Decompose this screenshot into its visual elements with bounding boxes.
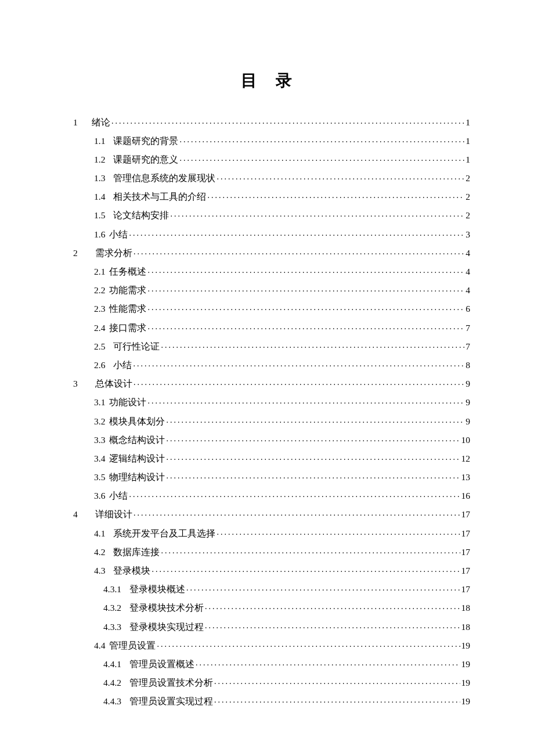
toc-entry-title: 物理结构设计 — [109, 472, 165, 482]
toc-entry-number: 3.2 — [94, 416, 105, 426]
toc-entry-title: 登录模块技术分析 — [129, 603, 204, 613]
toc-entry-title: 管理员设置 — [109, 640, 156, 650]
toc-dot-leader — [170, 210, 464, 219]
toc-entry-page: 18 — [460, 603, 471, 613]
toc-dot-leader — [147, 303, 464, 312]
toc-entry-label: 1.1课题研究的背景 — [94, 136, 179, 146]
toc-dot-leader — [205, 621, 460, 630]
toc-dot-leader — [166, 471, 460, 481]
toc-entry-title: 可行性论证 — [113, 341, 160, 351]
toc-entry-label: 4.4.1管理员设置概述 — [103, 660, 196, 669]
toc-dot-leader — [134, 509, 460, 518]
toc-entry-label: 2.6小结 — [94, 361, 133, 370]
toc-entry-number: 3.6 — [94, 491, 105, 501]
toc-entry-title: 绪论 — [92, 117, 110, 127]
toc-entry: 4.2数据库连接17 — [70, 546, 470, 556]
toc-entry-title: 登录模块实现过程 — [129, 622, 204, 632]
toc-dot-leader — [111, 116, 464, 125]
toc-entry-title: 数据库连接 — [113, 547, 160, 557]
toc-entry-title: 管理信息系统的发展现状 — [113, 173, 215, 183]
toc-entry-title: 管理员设置技术分析 — [129, 678, 213, 687]
toc-dot-leader — [129, 490, 460, 499]
toc-entry-label: 3.4逻辑结构设计 — [94, 454, 166, 463]
toc-entry-label: 2.5可行性论证 — [94, 342, 161, 351]
toc-entry-title: 概念结构设计 — [109, 435, 165, 445]
toc-entry-number: 4.1 — [94, 528, 105, 538]
toc-dot-leader — [179, 135, 464, 144]
toc-entry-page: 3 — [464, 230, 470, 239]
toc-entry: 4.3登录模块17 — [70, 565, 470, 575]
toc-entry-label: 3.6小结 — [94, 491, 129, 501]
toc-dot-leader — [147, 322, 464, 331]
toc-entry-label: 1.3管理信息系统的发展现状 — [94, 174, 217, 183]
toc-dot-leader — [179, 153, 464, 163]
toc-entry: 2.6小结8 — [70, 359, 470, 369]
toc-entry-number: 1.1 — [94, 136, 105, 146]
toc-entry-title: 相关技术与工具的介绍 — [113, 192, 206, 201]
toc-entry-page: 1 — [464, 136, 470, 146]
toc-entry: 2.3性能需求6 — [70, 303, 470, 314]
toc-entry-number: 1.6 — [94, 229, 105, 239]
toc-entry: 3.5物理结构设计13 — [70, 471, 470, 482]
toc-entry: 4.4管理员设置19 — [70, 639, 470, 650]
toc-entry: 1.5论文结构安排2 — [70, 210, 470, 220]
toc-entry-number: 4.3.1 — [103, 584, 121, 594]
toc-entry-number: 1.3 — [94, 173, 105, 183]
toc-entry-title: 小结 — [109, 491, 128, 501]
toc-entry-number: 3.4 — [94, 453, 105, 463]
toc-entry-number: 3.5 — [94, 472, 105, 482]
toc-entry-number: 1.4 — [94, 192, 105, 201]
toc-entry-page: 19 — [460, 660, 471, 669]
toc-dot-leader — [161, 340, 464, 350]
toc-entry-label: 3.5物理结构设计 — [94, 473, 166, 482]
toc-entry-page: 4 — [464, 267, 470, 276]
toc-dot-leader — [151, 565, 460, 574]
toc-dot-leader — [166, 452, 460, 462]
toc-entry-page: 12 — [460, 454, 471, 463]
toc-entry-label: 4.2数据库连接 — [94, 548, 161, 557]
toc-entry-title: 小结 — [113, 360, 132, 370]
toc-entry-number: 3 — [73, 379, 84, 388]
toc-dot-leader — [217, 527, 460, 537]
toc-entry-title: 课题研究的背景 — [113, 136, 178, 146]
toc-entry: 4.4.1管理员设置概述19 — [70, 658, 470, 668]
toc-entry-title: 管理员设置实现过程 — [129, 696, 213, 706]
toc-dot-leader — [147, 285, 464, 294]
toc-entry-number: 2.3 — [94, 304, 105, 314]
toc-entry-title: 课题研究的意义 — [113, 154, 178, 164]
toc-entry-title: 论文结构安排 — [113, 210, 169, 220]
toc-title: 目 录 — [70, 70, 470, 92]
toc-entry-label: 4.4管理员设置 — [94, 641, 157, 650]
toc-entry-number: 4.4 — [94, 640, 105, 650]
toc-entry-page: 17 — [460, 510, 471, 519]
toc-entry: 3.3概念结构设计10 — [70, 434, 470, 444]
toc-entry-page: 13 — [460, 473, 471, 482]
toc-dot-leader — [205, 602, 460, 611]
toc-entry-label: 4.3.3登录模块实现过程 — [103, 622, 205, 632]
toc-entry-title: 功能设计 — [109, 397, 146, 407]
toc-entry-label: 4.3.1登录模块概述 — [103, 585, 186, 594]
toc-entry-title: 管理员设置概述 — [129, 659, 194, 669]
toc-entry-label: 3.1功能设计 — [94, 398, 147, 407]
toc-dot-leader — [207, 191, 464, 200]
toc-entry-title: 总体设计 — [95, 379, 132, 388]
toc-entry-label: 1.2课题研究的意义 — [94, 155, 179, 164]
toc-dot-leader — [214, 696, 460, 705]
toc-entry-label: 2.4接口需求 — [94, 323, 147, 333]
toc-entry-page: 18 — [460, 622, 471, 632]
toc-entry-page: 19 — [460, 678, 471, 687]
toc-entry-label: 4.4.3管理员设置实现过程 — [103, 697, 214, 706]
toc-entry-label: 3总体设计 — [73, 379, 134, 388]
toc-entry-page: 17 — [460, 529, 471, 538]
toc-entry-label: 1.6小结 — [94, 230, 129, 239]
toc-entry-label: 2需求分析 — [73, 249, 134, 258]
toc-entry-page: 7 — [464, 342, 470, 351]
toc-dot-leader — [133, 359, 464, 368]
toc-entry: 1.1课题研究的背景1 — [70, 135, 470, 145]
toc-dot-leader — [166, 434, 460, 443]
toc-entry: 1.2课题研究的意义1 — [70, 153, 470, 164]
toc-entry-page: 17 — [460, 585, 471, 594]
toc-entry-title: 任务概述 — [109, 267, 146, 276]
toc-entry: 4详细设计17 — [70, 509, 470, 519]
toc-entry: 3.1功能设计9 — [70, 397, 470, 407]
